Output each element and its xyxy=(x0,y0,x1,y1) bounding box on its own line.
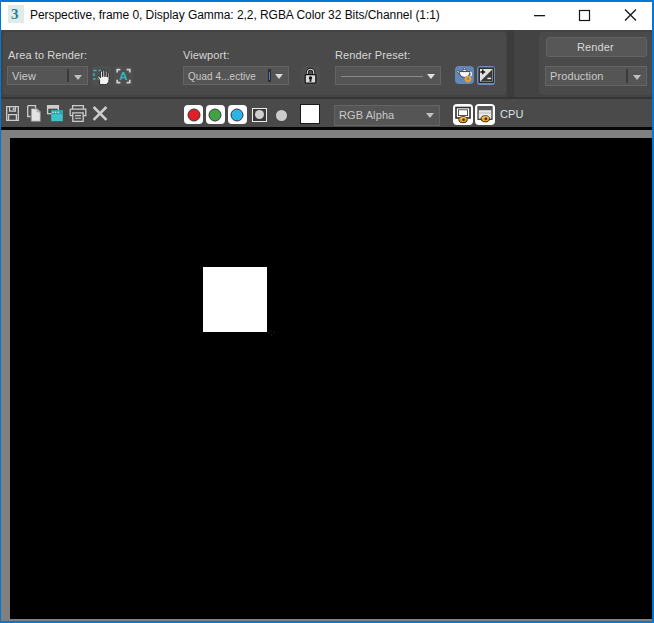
svg-text:A: A xyxy=(119,70,127,82)
svg-text:3: 3 xyxy=(11,6,19,22)
